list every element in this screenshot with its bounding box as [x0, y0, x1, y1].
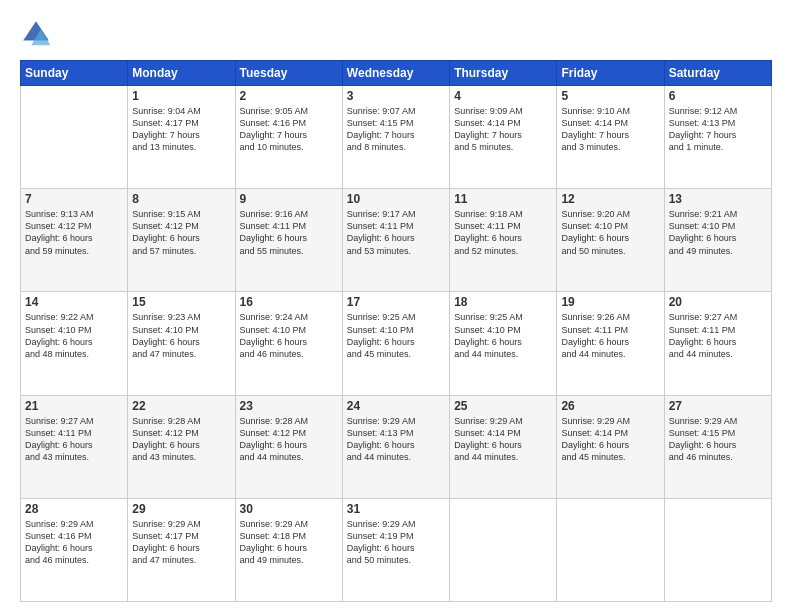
cell-info: Sunrise: 9:29 AM Sunset: 4:18 PM Dayligh…: [240, 518, 338, 567]
day-number: 7: [25, 192, 123, 206]
calendar-cell: 7Sunrise: 9:13 AM Sunset: 4:12 PM Daylig…: [21, 189, 128, 292]
calendar-cell: 15Sunrise: 9:23 AM Sunset: 4:10 PM Dayli…: [128, 292, 235, 395]
cell-info: Sunrise: 9:13 AM Sunset: 4:12 PM Dayligh…: [25, 208, 123, 257]
day-number: 16: [240, 295, 338, 309]
calendar-header-friday: Friday: [557, 61, 664, 86]
cell-info: Sunrise: 9:23 AM Sunset: 4:10 PM Dayligh…: [132, 311, 230, 360]
calendar-cell: 25Sunrise: 9:29 AM Sunset: 4:14 PM Dayli…: [450, 395, 557, 498]
day-number: 9: [240, 192, 338, 206]
day-number: 17: [347, 295, 445, 309]
calendar-week-row: 1Sunrise: 9:04 AM Sunset: 4:17 PM Daylig…: [21, 86, 772, 189]
calendar-week-row: 14Sunrise: 9:22 AM Sunset: 4:10 PM Dayli…: [21, 292, 772, 395]
page: SundayMondayTuesdayWednesdayThursdayFrid…: [0, 0, 792, 612]
logo-icon: [20, 18, 52, 50]
cell-info: Sunrise: 9:29 AM Sunset: 4:14 PM Dayligh…: [454, 415, 552, 464]
day-number: 20: [669, 295, 767, 309]
calendar-cell: 27Sunrise: 9:29 AM Sunset: 4:15 PM Dayli…: [664, 395, 771, 498]
cell-info: Sunrise: 9:28 AM Sunset: 4:12 PM Dayligh…: [132, 415, 230, 464]
day-number: 29: [132, 502, 230, 516]
day-number: 25: [454, 399, 552, 413]
cell-info: Sunrise: 9:26 AM Sunset: 4:11 PM Dayligh…: [561, 311, 659, 360]
cell-info: Sunrise: 9:07 AM Sunset: 4:15 PM Dayligh…: [347, 105, 445, 154]
calendar-cell: 17Sunrise: 9:25 AM Sunset: 4:10 PM Dayli…: [342, 292, 449, 395]
cell-info: Sunrise: 9:29 AM Sunset: 4:14 PM Dayligh…: [561, 415, 659, 464]
calendar-cell: 2Sunrise: 9:05 AM Sunset: 4:16 PM Daylig…: [235, 86, 342, 189]
calendar-cell: [557, 498, 664, 601]
day-number: 13: [669, 192, 767, 206]
cell-info: Sunrise: 9:29 AM Sunset: 4:17 PM Dayligh…: [132, 518, 230, 567]
cell-info: Sunrise: 9:12 AM Sunset: 4:13 PM Dayligh…: [669, 105, 767, 154]
calendar-cell: 1Sunrise: 9:04 AM Sunset: 4:17 PM Daylig…: [128, 86, 235, 189]
calendar-header-tuesday: Tuesday: [235, 61, 342, 86]
cell-info: Sunrise: 9:16 AM Sunset: 4:11 PM Dayligh…: [240, 208, 338, 257]
day-number: 3: [347, 89, 445, 103]
calendar-week-row: 21Sunrise: 9:27 AM Sunset: 4:11 PM Dayli…: [21, 395, 772, 498]
cell-info: Sunrise: 9:29 AM Sunset: 4:15 PM Dayligh…: [669, 415, 767, 464]
calendar-header-saturday: Saturday: [664, 61, 771, 86]
cell-info: Sunrise: 9:10 AM Sunset: 4:14 PM Dayligh…: [561, 105, 659, 154]
day-number: 18: [454, 295, 552, 309]
day-number: 6: [669, 89, 767, 103]
day-number: 4: [454, 89, 552, 103]
calendar-cell: 9Sunrise: 9:16 AM Sunset: 4:11 PM Daylig…: [235, 189, 342, 292]
cell-info: Sunrise: 9:17 AM Sunset: 4:11 PM Dayligh…: [347, 208, 445, 257]
day-number: 21: [25, 399, 123, 413]
calendar-cell: 5Sunrise: 9:10 AM Sunset: 4:14 PM Daylig…: [557, 86, 664, 189]
calendar-cell: [21, 86, 128, 189]
cell-info: Sunrise: 9:20 AM Sunset: 4:10 PM Dayligh…: [561, 208, 659, 257]
cell-info: Sunrise: 9:09 AM Sunset: 4:14 PM Dayligh…: [454, 105, 552, 154]
day-number: 24: [347, 399, 445, 413]
day-number: 31: [347, 502, 445, 516]
cell-info: Sunrise: 9:05 AM Sunset: 4:16 PM Dayligh…: [240, 105, 338, 154]
calendar-header-sunday: Sunday: [21, 61, 128, 86]
day-number: 5: [561, 89, 659, 103]
calendar-cell: [450, 498, 557, 601]
calendar-cell: 3Sunrise: 9:07 AM Sunset: 4:15 PM Daylig…: [342, 86, 449, 189]
calendar-cell: 26Sunrise: 9:29 AM Sunset: 4:14 PM Dayli…: [557, 395, 664, 498]
calendar-cell: 24Sunrise: 9:29 AM Sunset: 4:13 PM Dayli…: [342, 395, 449, 498]
calendar-cell: 19Sunrise: 9:26 AM Sunset: 4:11 PM Dayli…: [557, 292, 664, 395]
day-number: 23: [240, 399, 338, 413]
header: [20, 18, 772, 50]
day-number: 30: [240, 502, 338, 516]
cell-info: Sunrise: 9:27 AM Sunset: 4:11 PM Dayligh…: [25, 415, 123, 464]
day-number: 8: [132, 192, 230, 206]
calendar-cell: 13Sunrise: 9:21 AM Sunset: 4:10 PM Dayli…: [664, 189, 771, 292]
cell-info: Sunrise: 9:18 AM Sunset: 4:11 PM Dayligh…: [454, 208, 552, 257]
day-number: 2: [240, 89, 338, 103]
day-number: 27: [669, 399, 767, 413]
calendar-cell: 4Sunrise: 9:09 AM Sunset: 4:14 PM Daylig…: [450, 86, 557, 189]
calendar-header-monday: Monday: [128, 61, 235, 86]
calendar-cell: 31Sunrise: 9:29 AM Sunset: 4:19 PM Dayli…: [342, 498, 449, 601]
cell-info: Sunrise: 9:28 AM Sunset: 4:12 PM Dayligh…: [240, 415, 338, 464]
calendar-cell: 22Sunrise: 9:28 AM Sunset: 4:12 PM Dayli…: [128, 395, 235, 498]
day-number: 15: [132, 295, 230, 309]
calendar-cell: 30Sunrise: 9:29 AM Sunset: 4:18 PM Dayli…: [235, 498, 342, 601]
day-number: 19: [561, 295, 659, 309]
calendar-week-row: 28Sunrise: 9:29 AM Sunset: 4:16 PM Dayli…: [21, 498, 772, 601]
calendar-cell: 10Sunrise: 9:17 AM Sunset: 4:11 PM Dayli…: [342, 189, 449, 292]
calendar-cell: 21Sunrise: 9:27 AM Sunset: 4:11 PM Dayli…: [21, 395, 128, 498]
cell-info: Sunrise: 9:04 AM Sunset: 4:17 PM Dayligh…: [132, 105, 230, 154]
day-number: 1: [132, 89, 230, 103]
calendar-cell: 16Sunrise: 9:24 AM Sunset: 4:10 PM Dayli…: [235, 292, 342, 395]
day-number: 28: [25, 502, 123, 516]
cell-info: Sunrise: 9:29 AM Sunset: 4:16 PM Dayligh…: [25, 518, 123, 567]
cell-info: Sunrise: 9:25 AM Sunset: 4:10 PM Dayligh…: [347, 311, 445, 360]
calendar-cell: 14Sunrise: 9:22 AM Sunset: 4:10 PM Dayli…: [21, 292, 128, 395]
calendar-cell: 6Sunrise: 9:12 AM Sunset: 4:13 PM Daylig…: [664, 86, 771, 189]
cell-info: Sunrise: 9:21 AM Sunset: 4:10 PM Dayligh…: [669, 208, 767, 257]
cell-info: Sunrise: 9:22 AM Sunset: 4:10 PM Dayligh…: [25, 311, 123, 360]
calendar-cell: 8Sunrise: 9:15 AM Sunset: 4:12 PM Daylig…: [128, 189, 235, 292]
calendar-table: SundayMondayTuesdayWednesdayThursdayFrid…: [20, 60, 772, 602]
cell-info: Sunrise: 9:15 AM Sunset: 4:12 PM Dayligh…: [132, 208, 230, 257]
calendar-cell: 11Sunrise: 9:18 AM Sunset: 4:11 PM Dayli…: [450, 189, 557, 292]
cell-info: Sunrise: 9:29 AM Sunset: 4:19 PM Dayligh…: [347, 518, 445, 567]
cell-info: Sunrise: 9:25 AM Sunset: 4:10 PM Dayligh…: [454, 311, 552, 360]
calendar-cell: 28Sunrise: 9:29 AM Sunset: 4:16 PM Dayli…: [21, 498, 128, 601]
day-number: 12: [561, 192, 659, 206]
calendar-week-row: 7Sunrise: 9:13 AM Sunset: 4:12 PM Daylig…: [21, 189, 772, 292]
day-number: 22: [132, 399, 230, 413]
calendar-header-row: SundayMondayTuesdayWednesdayThursdayFrid…: [21, 61, 772, 86]
calendar-header-wednesday: Wednesday: [342, 61, 449, 86]
